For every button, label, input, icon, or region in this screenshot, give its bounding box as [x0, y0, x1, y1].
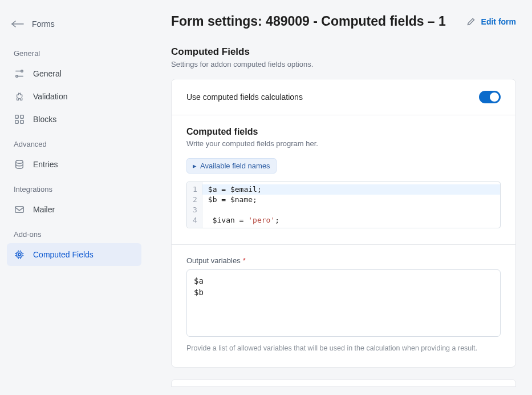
output-label: Output variables: [186, 256, 241, 265]
code-line: $ivan = 'pero';: [208, 215, 494, 225]
edit-form-button[interactable]: Edit form: [465, 16, 516, 27]
triangle-right-icon: ▸: [193, 162, 197, 170]
header-row: Form settings: 489009 - Computed fields …: [171, 14, 516, 29]
section-subtitle: Settings for addon computed fields optio…: [171, 60, 516, 68]
sidebar-heading: Add-ons: [7, 227, 141, 242]
sidebar-heading: Advanced: [7, 136, 141, 152]
puzzle-icon: [14, 91, 25, 102]
code-content[interactable]: $a = $email; $b = $name; $ivan = 'pero';: [202, 182, 500, 228]
computed-subtitle: Write your computed fields program her.: [186, 139, 501, 148]
grid-icon: [14, 114, 25, 125]
output-label-row: Output variables *: [186, 256, 501, 265]
database-icon: [14, 159, 25, 170]
sidebar-heading: Integrations: [7, 182, 141, 197]
svg-rect-2: [15, 115, 18, 118]
mail-icon: [14, 204, 25, 215]
code-line: [208, 205, 494, 215]
svg-point-1: [16, 75, 18, 78]
sidebar-item-mailer[interactable]: Mailer: [7, 198, 141, 221]
computed-title: Computed fields: [186, 127, 501, 137]
svg-rect-8: [17, 252, 22, 257]
sidebar-group-advanced: Advanced Entries: [7, 136, 141, 176]
main-content: Form settings: 489009 - Computed fields …: [148, 0, 532, 395]
computed-fields-block: Computed fields Write your computed fiel…: [172, 115, 515, 244]
sidebar-item-blocks[interactable]: Blocks: [7, 108, 141, 131]
svg-rect-4: [15, 120, 18, 123]
settings-card: Use computed fields calculations Compute…: [171, 79, 516, 368]
svg-rect-3: [21, 115, 23, 118]
svg-point-0: [21, 70, 23, 72]
sidebar-item-label: Mailer: [33, 205, 55, 214]
chip-icon: [14, 249, 25, 260]
use-computed-toggle[interactable]: [479, 91, 501, 103]
svg-rect-9: [18, 253, 21, 256]
output-variables-textarea[interactable]: [186, 269, 501, 337]
sidebar: Forms General General Validation Blocks …: [0, 0, 148, 395]
toggle-row: Use computed fields calculations: [172, 79, 515, 115]
sidebar-item-label: Validation: [33, 92, 67, 101]
sliders-icon: [14, 68, 25, 79]
code-gutter: 1234: [187, 182, 202, 228]
svg-rect-5: [21, 120, 23, 123]
sidebar-item-computed-fields[interactable]: Computed Fields: [7, 243, 141, 266]
chip-label: Available field names: [200, 162, 270, 170]
back-label: Forms: [32, 19, 55, 29]
sidebar-item-label: Blocks: [33, 115, 56, 124]
sidebar-item-label: Entries: [33, 160, 58, 169]
toggle-label: Use computed fields calculations: [186, 92, 303, 102]
arrow-left-icon: [11, 20, 24, 28]
pencil-icon: [465, 16, 477, 27]
sidebar-heading: General: [7, 46, 141, 61]
sidebar-group-general: General General Validation Blocks: [7, 46, 141, 131]
sidebar-group-addons: Add-ons Computed Fields: [7, 227, 141, 266]
sidebar-item-validation[interactable]: Validation: [7, 85, 141, 108]
sidebar-item-entries[interactable]: Entries: [7, 153, 141, 176]
svg-point-6: [16, 160, 23, 163]
code-line: $a = $email;: [202, 184, 500, 195]
edit-form-label: Edit form: [481, 17, 516, 26]
section-title: Computed Fields: [171, 46, 516, 58]
sidebar-item-label: Computed Fields: [33, 250, 94, 259]
code-line: $b = $name;: [208, 195, 494, 205]
code-editor[interactable]: 1234 $a = $email; $b = $name; $ivan = 'p…: [186, 182, 501, 228]
output-variables-block: Output variables * Provide a list of all…: [172, 244, 515, 367]
sidebar-group-integrations: Integrations Mailer: [7, 182, 141, 221]
page-title: Form settings: 489009 - Computed fields …: [171, 14, 446, 29]
back-button[interactable]: Forms: [7, 16, 141, 32]
sidebar-item-label: General: [33, 69, 62, 78]
required-indicator: *: [243, 256, 246, 265]
available-field-names-chip[interactable]: ▸ Available field names: [186, 158, 277, 174]
svg-rect-7: [15, 207, 23, 213]
next-card-peek: [171, 379, 516, 387]
sidebar-item-general[interactable]: General: [7, 62, 141, 85]
output-help-text: Provide a list of allowed variables that…: [186, 344, 501, 352]
